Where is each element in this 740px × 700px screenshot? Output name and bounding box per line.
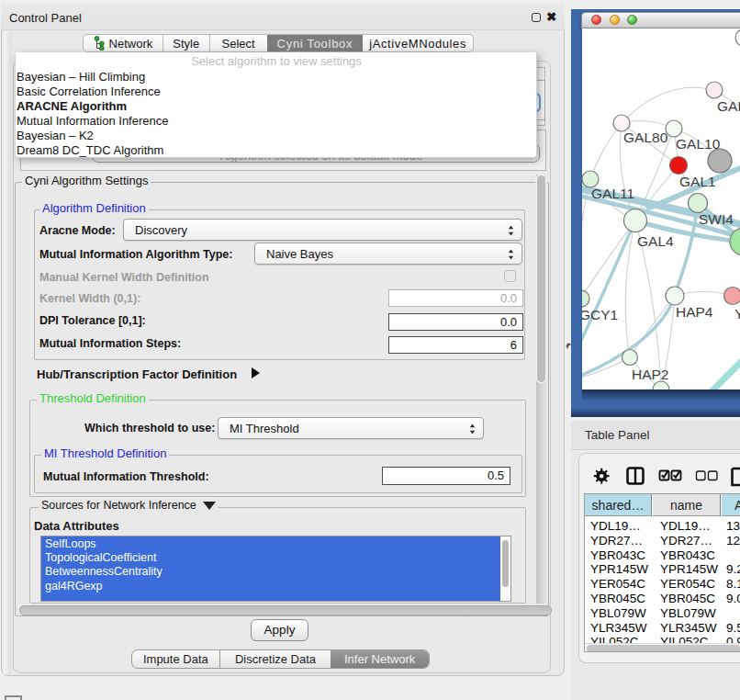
svg-text:GAL7: GAL7 — [717, 98, 740, 114]
svg-text:HAP4: HAP4 — [676, 304, 713, 320]
svg-text:SWI4: SWI4 — [699, 211, 734, 227]
svg-text:GCY1: GCY1 — [582, 307, 618, 322]
svg-text:GAL1: GAL1 — [679, 174, 716, 189]
svg-text:GAL11: GAL11 — [591, 186, 634, 201]
svg-text:GAL10: GAL10 — [676, 136, 721, 152]
svg-text:GAL4: GAL4 — [637, 233, 674, 249]
svg-text:HAP2: HAP2 — [632, 367, 669, 382]
svg-text:YM: YM — [734, 306, 740, 322]
svg-text:GAL80: GAL80 — [623, 130, 668, 145]
